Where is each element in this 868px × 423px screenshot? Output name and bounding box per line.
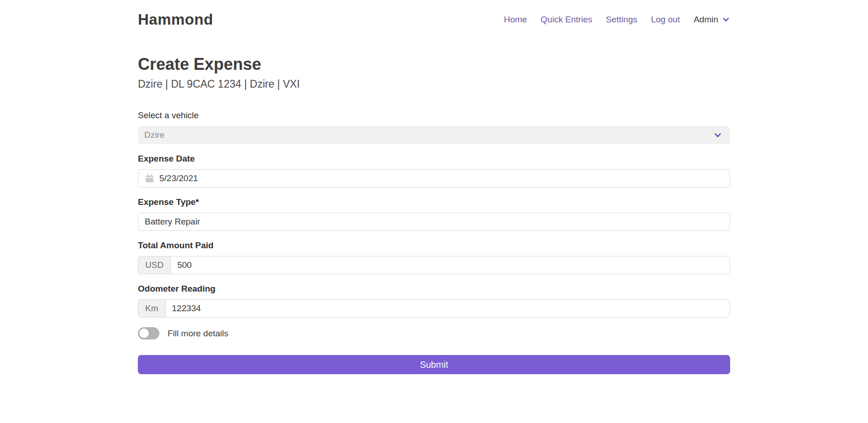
header: Hammond Home Quick Entries Settings Log … xyxy=(0,0,868,31)
page-title: Create Expense xyxy=(138,55,730,74)
submit-button[interactable]: Submit xyxy=(138,355,730,374)
calendar-icon xyxy=(145,174,154,183)
expense-type-input[interactable] xyxy=(138,213,730,231)
expense-date-field-group: Expense Date xyxy=(138,154,730,188)
vehicle-select-value: Dzire xyxy=(144,130,164,140)
nav-item-home[interactable]: Home xyxy=(504,15,527,25)
odometer-input[interactable] xyxy=(165,299,731,318)
vehicle-select[interactable]: Dzire xyxy=(138,126,730,144)
nav-item-quick-entries[interactable]: Quick Entries xyxy=(541,15,592,25)
toggle-knob xyxy=(139,329,149,338)
chevron-down-icon xyxy=(713,130,723,140)
admin-dropdown[interactable]: Admin xyxy=(694,15,730,25)
fill-more-details-label: Fill more details xyxy=(168,329,228,339)
main-nav: Home Quick Entries Settings Log out Admi… xyxy=(504,15,730,25)
currency-addon: USD xyxy=(138,256,170,274)
odometer-field-group: Odometer Reading Km xyxy=(138,284,730,318)
total-amount-field-group: Total Amount Paid USD xyxy=(138,240,730,274)
total-amount-input[interactable] xyxy=(170,256,730,274)
app-logo[interactable]: Hammond xyxy=(138,11,213,28)
chevron-down-icon xyxy=(722,16,730,24)
vehicle-field-group: Select a vehicle Dzire xyxy=(138,110,730,144)
total-amount-label: Total Amount Paid xyxy=(138,240,730,251)
expense-type-label: Expense Type* xyxy=(138,197,730,207)
more-details-row: Fill more details xyxy=(138,327,730,339)
distance-unit-addon: Km xyxy=(138,299,165,318)
nav-item-settings[interactable]: Settings xyxy=(606,15,637,25)
expense-date-input[interactable] xyxy=(138,169,730,188)
odometer-label: Odometer Reading xyxy=(138,284,730,294)
vehicle-summary: Dzire | DL 9CAC 1234 | Dzire | VXI xyxy=(138,78,730,90)
fill-more-details-toggle[interactable] xyxy=(138,327,159,339)
expense-date-label: Expense Date xyxy=(138,154,730,164)
admin-dropdown-label: Admin xyxy=(694,15,718,25)
vehicle-select-label: Select a vehicle xyxy=(138,110,730,120)
nav-item-logout[interactable]: Log out xyxy=(651,15,680,25)
expense-type-field-group: Expense Type* xyxy=(138,197,730,231)
create-expense-form: Select a vehicle Dzire Expense Date xyxy=(138,110,730,374)
